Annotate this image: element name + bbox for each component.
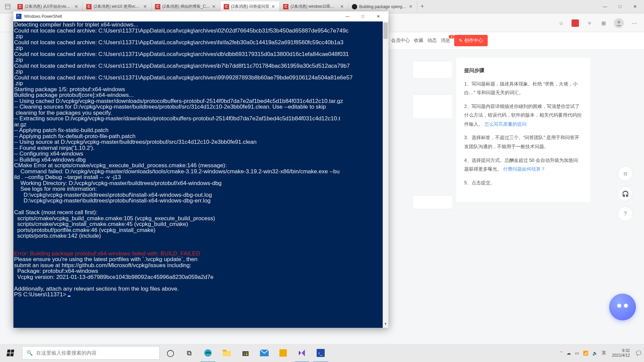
close-tab-icon[interactable]: ✕ — [409, 4, 414, 9]
tray-date: 2021/4/12 — [612, 353, 630, 358]
floating-side-buttons: ⧈ 🎧 ? — [618, 166, 633, 221]
browser-close-button[interactable]: ✕ — [628, 2, 643, 12]
close-tab-icon[interactable]: ✕ — [340, 4, 345, 9]
tip-2-link[interactable]: 怎么写高质量的提问 — [484, 121, 527, 127]
search-icon: 🔍 — [26, 350, 33, 356]
tray-time: 9:32 — [612, 348, 630, 353]
tip-4: 4、选择提问方式。总酬金超过 50 会自动升级为加急问题获得更多曝光。 付费问题… — [464, 156, 582, 174]
tray-volume-icon[interactable]: 🔈 — [592, 351, 598, 356]
form-tags-input[interactable] — [413, 195, 453, 209]
app-icon-yellow[interactable] — [274, 344, 292, 362]
tab-title: (2条消息) 从0开始在visual s — [25, 4, 72, 9]
tab-title: (2条消息) 问答提问页 — [231, 4, 269, 9]
powershell-titlebar[interactable]: Windows PowerShell — □ ✕ — [13, 11, 388, 21]
form-body-input[interactable] — [413, 95, 453, 119]
svg-rect-9 — [244, 354, 245, 355]
qr-code-button[interactable]: ⧈ — [618, 166, 633, 181]
browser-minimize-button[interactable]: — — [597, 2, 612, 12]
visual-studio-icon[interactable] — [292, 344, 311, 362]
help-button[interactable]: ? — [618, 206, 633, 221]
header-favorites-link[interactable]: 收藏 — [414, 38, 423, 44]
task-view-icon[interactable]: ⧉ — [180, 344, 199, 362]
tab-6[interactable]: Building package opengl:x6 ✕ — [348, 1, 417, 12]
tray-onedrive-icon[interactable]: ☁ — [567, 351, 571, 356]
csdn-favicon: C — [17, 4, 23, 9]
svg-rect-0 — [5, 4, 10, 9]
action-center-icon[interactable]: 💬 — [636, 351, 641, 356]
svg-rect-4 — [223, 351, 231, 356]
tab-actions-icon[interactable] — [4, 3, 11, 10]
support-button[interactable]: 🎧 — [618, 186, 633, 201]
powershell-window: Windows PowerShell — □ ✕ Detecting compi… — [13, 11, 388, 328]
messages-badge: 2 — [449, 35, 454, 39]
ps-scrollbar[interactable]: ▲ ▼ — [383, 21, 388, 328]
ps-close-button[interactable]: ✕ — [371, 12, 386, 21]
powershell-taskbar-icon[interactable]: ›_ — [311, 344, 330, 362]
powershell-icon — [16, 14, 21, 19]
taskbar-search[interactable]: 🔍 在这里输入你要搜索的内容 — [22, 346, 160, 360]
svg-rect-12 — [279, 349, 287, 357]
tab-2[interactable]: C (2条消息) win10 使用vcpkg ✕ — [83, 1, 152, 12]
github-favicon — [352, 4, 357, 9]
cortana-icon[interactable]: ◯ — [161, 344, 180, 362]
mail-icon[interactable] — [255, 344, 274, 362]
edge-icon[interactable] — [199, 344, 217, 362]
start-button[interactable] — [0, 344, 21, 362]
taskbar-search-placeholder: 在这里输入你要搜索的内容 — [36, 350, 97, 356]
csdn-favicon: C — [283, 4, 288, 9]
tab-5[interactable]: C (2条消息) window10系统中 ✕ — [280, 1, 348, 12]
svg-rect-6 — [243, 351, 249, 356]
windows-taskbar: 🔍 在这里输入你要搜索的内容 ◯ ⧉ ›_ ˄ ☁ ▭ 📶 🔈 英 9:32 2… — [0, 344, 644, 362]
tip-2: 2、写问题内容详细描述你碰到的困难，写清楚你尝试了什么方法，错误代码，软件的版本… — [464, 102, 582, 129]
tray-wifi-icon[interactable]: 📶 — [583, 351, 588, 356]
favorites-star-icon[interactable]: ☆ — [557, 19, 565, 27]
ps-maximize-button[interactable]: □ — [356, 12, 370, 21]
browser-maximize-button[interactable]: □ — [612, 2, 628, 12]
close-tab-icon[interactable]: ✕ — [143, 4, 148, 9]
tab-1[interactable]: C (2条消息) 从0开始在visual s ✕ — [14, 1, 83, 12]
ask-steps-card: 提问步骤 1、写问题标题，描述具体现象。杜绝 “求救，大佬，小白…” 等和问题无… — [456, 58, 590, 202]
form-title-input[interactable] — [413, 61, 453, 78]
close-tab-icon[interactable]: ✕ — [74, 4, 79, 9]
collections-icon[interactable]: ✧ — [586, 19, 593, 27]
scroll-thumb[interactable] — [383, 23, 388, 39]
system-tray: ˄ ☁ ▭ 📶 🔈 英 9:32 2021/4/12 💬 — [560, 348, 644, 358]
profile-avatar[interactable] — [614, 18, 624, 28]
svg-rect-10 — [246, 354, 248, 355]
more-menu-icon[interactable]: ⋯ — [631, 19, 638, 27]
tip-4-link[interactable]: 付费问题如何结算？ — [503, 166, 545, 172]
svg-rect-5 — [223, 350, 226, 352]
header-member-link[interactable]: 会员中心 — [391, 38, 410, 44]
svg-marker-13 — [299, 351, 301, 355]
tab-title: (2条消息) 捣仙的博客_CSDN — [162, 4, 210, 9]
ps-lines-pre: Detecting compiler hash for triplet x64-… — [14, 21, 353, 239]
assistant-bot-float[interactable] — [609, 294, 636, 320]
header-dynamic-link[interactable]: 动态 — [427, 38, 437, 44]
svg-rect-8 — [246, 352, 248, 354]
create-center-button[interactable]: 创作中心 — [454, 35, 488, 46]
svg-point-2 — [618, 21, 620, 23]
close-tab-icon[interactable]: ✕ — [271, 4, 276, 9]
close-tab-icon[interactable]: ✕ — [212, 4, 217, 9]
tray-ime-indicator[interactable]: 英 — [602, 350, 606, 356]
svg-text:›_: ›_ — [318, 350, 323, 356]
header-messages-link[interactable]: 消息 2 — [441, 38, 450, 44]
powershell-output[interactable]: Detecting compiler hash for triplet x64-… — [13, 21, 383, 328]
tray-clock[interactable]: 9:32 2021/4/12 — [612, 348, 630, 358]
taskbar-pinned-apps: ◯ ⧉ ›_ — [161, 344, 330, 362]
tab-4-active[interactable]: C (2条消息) 问答提问页 ✕ — [220, 1, 280, 12]
tray-battery-icon[interactable]: ▭ — [575, 351, 579, 356]
file-explorer-icon[interactable] — [217, 344, 236, 362]
scroll-down-arrow[interactable]: ▼ — [383, 322, 388, 328]
adblock-icon[interactable] — [572, 19, 579, 27]
tab-title: (2条消息) window10系统中 — [290, 4, 338, 9]
csdn-favicon: C — [86, 4, 92, 9]
new-tab-button[interactable]: + — [417, 3, 427, 10]
tray-chevron-up-icon[interactable]: ˄ — [560, 351, 562, 356]
microsoft-store-icon[interactable] — [236, 344, 255, 362]
ps-minimize-button[interactable]: — — [340, 12, 355, 21]
extensions-icon[interactable]: ⊞ — [600, 19, 607, 27]
ps-cursor — [68, 296, 70, 297]
svg-marker-14 — [302, 350, 305, 356]
tab-3[interactable]: C (2条消息) 捣仙的博客_CSDN ✕ — [152, 1, 220, 12]
